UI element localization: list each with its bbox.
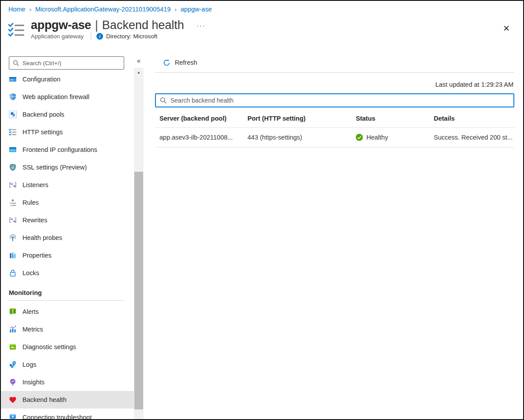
logs-icon <box>9 361 17 368</box>
probe-antenna-icon <box>9 234 17 242</box>
sidebar-item-label: SSL settings (Preview) <box>22 164 87 171</box>
sidebar-item-backend-health[interactable]: Backend health <box>1 391 134 409</box>
search-icon <box>13 60 19 66</box>
sidebar-item-properties[interactable]: Properties <box>1 247 134 264</box>
search-icon <box>160 97 167 104</box>
sidebar-item-web-application-firewall[interactable]: Web application firewall <box>1 88 134 106</box>
column-header-details: Details <box>434 115 514 122</box>
page-title: appgw-ase | Backend health ··· <box>31 18 206 32</box>
column-header-server: Server (backend pool) <box>159 115 247 122</box>
sidebar-item-configuration[interactable]: Configuration <box>1 70 134 88</box>
sidebar-search-box[interactable] <box>9 56 124 70</box>
last-updated-text: Last updated at 1:29:23 AM <box>155 73 514 93</box>
sidebar-item-logs[interactable]: Logs <box>1 356 134 373</box>
sidebar-item-connection-troubleshoot[interactable]: Connection troubleshoot <box>1 409 134 419</box>
column-header-status: Status <box>356 115 434 122</box>
refresh-label: Refresh <box>175 59 197 66</box>
cell-status: Healthy <box>356 134 434 141</box>
rewrites-arrows-icon <box>9 216 17 224</box>
sidebar-item-metrics[interactable]: Metrics <box>1 321 134 338</box>
connection-troubleshoot-icon <box>9 413 17 419</box>
refresh-icon <box>163 59 170 66</box>
metrics-icon <box>9 325 17 333</box>
sidebar-item-label: Insights <box>22 379 44 386</box>
sidebar-item-frontend-ip-configurations[interactable]: Frontend IP configurations <box>1 141 134 158</box>
sidebar-item-backend-pools[interactable]: Backend pools <box>1 106 134 123</box>
sidebar-item-label: Logs <box>22 361 36 368</box>
application-gateway-icon <box>8 22 26 37</box>
sidebar-collapse-icon[interactable]: « <box>134 53 144 68</box>
sidebar-item-label: Backend pools <box>22 111 64 118</box>
sidebar-item-label: Rules <box>22 199 39 206</box>
sidebar-item-listeners[interactable]: Listeners <box>1 176 134 194</box>
title-separator: | <box>95 18 98 32</box>
rules-checklist-icon <box>9 199 17 206</box>
sidebar-item-rules[interactable]: Rules <box>1 194 134 211</box>
cell-port: 443 (https-settings) <box>247 134 356 141</box>
more-options-icon[interactable]: ··· <box>196 22 206 29</box>
scrollbar-thumb[interactable] <box>134 172 143 409</box>
insights-bulb-icon <box>9 378 17 386</box>
main-content: Refresh Last updated at 1:29:23 AM Serve… <box>144 53 523 419</box>
cell-server: app.asev3-ilb-20211008... <box>159 134 247 141</box>
info-icon: i <box>96 33 103 40</box>
sidebar-scroll-rail: « ▲ <box>134 53 144 419</box>
subtitle: Application gateway i Directory: Microso… <box>31 33 206 40</box>
title-block: appgw-ase | Backend health ··· Applicati… <box>31 18 206 53</box>
scrollbar-up-icon[interactable]: ▲ <box>134 70 144 74</box>
lock-icon <box>9 269 17 277</box>
sidebar-item-health-probes[interactable]: Health probes <box>1 229 134 247</box>
sidebar-item-label: Properties <box>22 252 52 259</box>
azure-backend-health-page: { "icons": { "collapse": "«", "close": "… <box>0 0 524 420</box>
scrollbar-track[interactable]: ▲ <box>134 68 144 419</box>
page-body: Configuration Web application firewall B… <box>1 53 523 419</box>
sidebar-item-label: Backend health <box>22 396 66 403</box>
sidebar-menu: Configuration Web application firewall B… <box>1 70 134 419</box>
monitoring-section-header: Monitoring <box>1 282 134 296</box>
backend-health-search-box[interactable] <box>155 93 514 107</box>
sidebar-item-rewrites[interactable]: Rewrites <box>1 211 134 229</box>
sidebar: Configuration Web application firewall B… <box>1 53 134 419</box>
sidebar-item-diagnostic-settings[interactable]: Diagnostic settings <box>1 338 134 356</box>
backend-health-search-input[interactable] <box>170 97 509 104</box>
breadcrumb-separator-icon: › <box>30 6 31 13</box>
listeners-arrows-icon <box>9 181 17 189</box>
sidebar-item-alerts[interactable]: Alerts <box>1 303 134 321</box>
sidebar-item-insights[interactable]: Insights <box>1 373 134 391</box>
backend-health-table: Server (backend pool) Port (HTTP setting… <box>155 108 514 147</box>
sidebar-item-label: Locks <box>22 269 39 276</box>
backend-pools-icon <box>9 111 17 118</box>
sidebar-item-label: Health probes <box>22 234 62 241</box>
sidebar-item-label: Diagnostic settings <box>22 343 76 350</box>
breadcrumb-home[interactable]: Home <box>8 6 26 13</box>
sidebar-item-label: Web application firewall <box>22 93 89 100</box>
sidebar-search-input[interactable] <box>22 60 120 66</box>
firewall-shield-icon <box>9 93 17 101</box>
command-bar: Refresh <box>155 53 514 73</box>
breadcrumb-resource[interactable]: appgw-ase <box>181 6 212 13</box>
sidebar-item-ssl-settings[interactable]: SSL settings (Preview) <box>1 158 134 176</box>
resource-name: appgw-ase <box>31 18 91 32</box>
breadcrumb-resource-group[interactable]: Microsoft.ApplicationGateway-20211019005… <box>35 6 171 13</box>
healthy-check-icon <box>356 134 363 141</box>
configuration-icon <box>9 75 17 83</box>
heart-icon <box>9 396 17 404</box>
frontend-ip-icon <box>9 146 17 154</box>
status-label: Healthy <box>366 134 388 141</box>
refresh-button[interactable]: Refresh <box>160 57 200 68</box>
sidebar-item-http-settings[interactable]: HTTP settings <box>1 123 134 141</box>
subtitle-divider <box>91 33 91 40</box>
sidebar-item-label: Listeners <box>22 181 48 188</box>
sidebar-item-locks[interactable]: Locks <box>1 264 134 282</box>
breadcrumb-separator-icon: › <box>175 6 177 13</box>
alerts-icon <box>9 308 17 316</box>
sidebar-item-label: Frontend IP configurations <box>22 146 97 153</box>
close-icon[interactable]: ✕ <box>503 23 510 33</box>
sidebar-item-label: Metrics <box>22 326 43 333</box>
sidebar-search-row <box>1 53 134 73</box>
resource-type-label: Application gateway <box>31 33 84 40</box>
ssl-shield-lock-icon <box>9 163 17 171</box>
sidebar-item-label: Configuration <box>22 76 60 83</box>
cell-details: Success. Received 200 st... <box>434 134 514 141</box>
column-header-port: Port (HTTP setting) <box>247 115 356 122</box>
